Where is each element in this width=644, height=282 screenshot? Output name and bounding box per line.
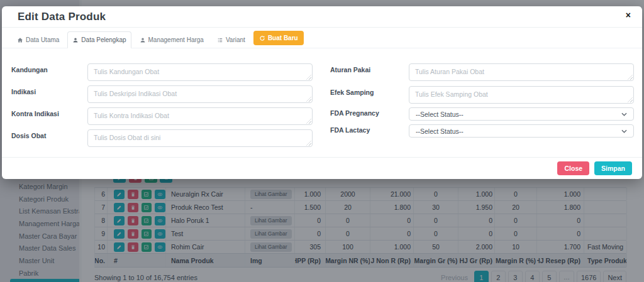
tab-data-pelengkap[interactable]: Data Pelengkap [67, 31, 131, 48]
kontra-indikasi-field-wrap [87, 107, 313, 125]
close-button[interactable]: Close [557, 161, 589, 175]
efek-samping-field-wrap [409, 86, 634, 104]
kandungan-textarea[interactable] [87, 63, 313, 81]
fda-lactacy-select[interactable]: --Select Status-- [409, 124, 634, 138]
kandungan-field-wrap [87, 63, 313, 81]
efek-samping-label: Efek Samping [330, 89, 374, 96]
efek-samping-textarea[interactable] [409, 86, 634, 104]
modal-footer: Close Simpan [2, 157, 642, 179]
fda-lactacy-label: FDA Lactacy [330, 126, 370, 134]
simpan-button[interactable]: Simpan [594, 161, 632, 175]
home-icon [17, 37, 23, 43]
buat-baru-button[interactable]: Buat Baru [253, 31, 304, 45]
modal-title: Edit Data Produk [18, 11, 106, 23]
list-icon [217, 37, 223, 43]
dosis-obat-textarea[interactable] [87, 129, 313, 147]
aturan-pakai-field-wrap [409, 63, 634, 81]
chevron-down-icon [621, 129, 627, 133]
user-icon [72, 37, 79, 43]
chevron-down-icon [621, 112, 627, 116]
kontra-indikasi-label: Kontra Indikasi [11, 110, 59, 117]
close-icon[interactable]: × [622, 8, 635, 22]
dosis-obat-label: Dosis Obat [11, 132, 46, 139]
tab-management-harga[interactable]: Management Harga [135, 31, 209, 48]
modal-tabs: Data Utama Data Pelengkap Management Har… [2, 27, 642, 48]
screen: Kategori Margin Kategori Produk List Kem… [0, 0, 644, 282]
indikasi-label: Indikasi [11, 88, 36, 95]
indikasi-textarea[interactable] [87, 85, 313, 103]
aturan-pakai-textarea[interactable] [409, 63, 634, 81]
fda-pregnancy-select[interactable]: --Select Status-- [409, 107, 634, 121]
tab-variant[interactable]: Variant [212, 31, 250, 48]
edit-data-produk-modal: Edit Data Produk × Data Utama Data Pelen… [2, 6, 642, 179]
kontra-indikasi-textarea[interactable] [87, 107, 313, 125]
kandungan-label: Kandungan [11, 66, 48, 73]
sync-icon [259, 35, 265, 41]
fda-pregnancy-label: FDA Pregnancy [330, 109, 379, 117]
modal-header: Edit Data Produk × [2, 6, 642, 28]
indikasi-field-wrap [87, 85, 313, 103]
aturan-pakai-label: Aturan Pakai [330, 66, 370, 73]
tab-data-utama[interactable]: Data Utama [12, 31, 64, 48]
dosis-obat-field-wrap [87, 129, 313, 147]
user-icon [140, 37, 146, 43]
